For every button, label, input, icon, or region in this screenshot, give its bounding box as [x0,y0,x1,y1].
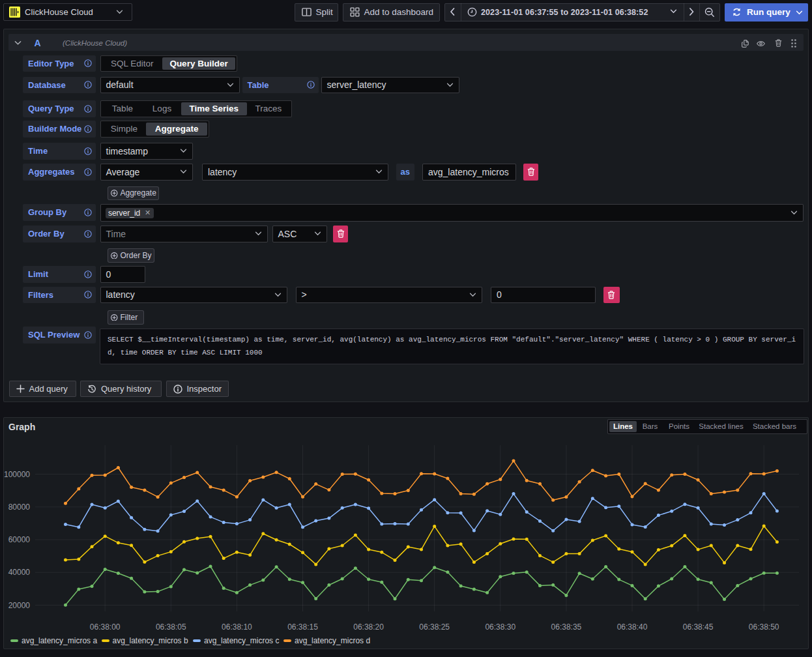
svg-text:06:38:00: 06:38:00 [90,622,121,632]
svg-text:06:38:45: 06:38:45 [683,622,714,632]
svg-text:06:38:10: 06:38:10 [222,622,252,632]
svg-text:100000: 100000 [4,470,30,479]
svg-text:40000: 40000 [8,568,31,577]
svg-text:06:38:25: 06:38:25 [419,622,450,632]
svg-text:06:38:40: 06:38:40 [617,622,648,632]
svg-text:06:38:35: 06:38:35 [551,622,582,632]
svg-text:06:38:50: 06:38:50 [749,622,779,632]
svg-text:06:38:30: 06:38:30 [485,622,515,632]
svg-text:80000: 80000 [8,503,31,512]
svg-text:06:38:05: 06:38:05 [156,622,186,632]
svg-text:06:38:15: 06:38:15 [287,622,318,632]
svg-text:20000: 20000 [8,601,31,610]
svg-text:60000: 60000 [8,535,31,544]
svg-text:06:38:20: 06:38:20 [353,622,384,632]
